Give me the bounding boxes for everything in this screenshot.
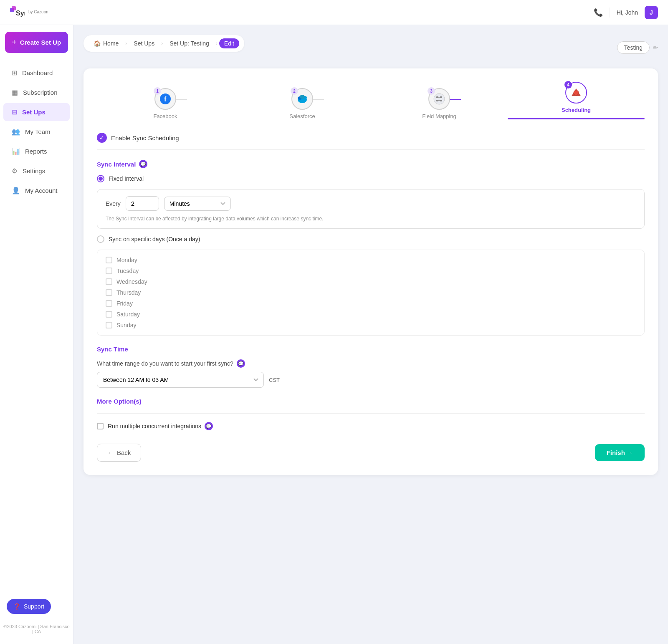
phone-icon: 📞 (594, 8, 603, 17)
more-options-section: More Option(s) Run multiple concurrent i… (97, 398, 645, 430)
monday-checkbox[interactable] (106, 257, 112, 263)
breadcrumb-home[interactable]: 🏠 Home (89, 38, 124, 48)
step-label-field-mapping: Field Mapping (422, 113, 456, 119)
svg-rect-13 (440, 100, 442, 101)
logo-tagline: by Cazoomi (28, 10, 51, 14)
setups-icon: ⊟ (12, 108, 17, 116)
step-circle-salesforce[interactable]: 2 (291, 88, 313, 110)
concurrent-checkbox[interactable] (97, 423, 104, 429)
create-setup-button[interactable]: + Create Set Up (5, 32, 68, 53)
step-circle-scheduling[interactable]: 4 (565, 82, 587, 104)
field-mapping-icon (433, 93, 445, 105)
step-number-3: 3 (428, 87, 435, 95)
sidebar-item-reports[interactable]: 📊 Reports (3, 142, 70, 160)
sync-interval-help-icon[interactable]: 💬 (139, 160, 147, 168)
enable-sync-label: Enable Sync Scheduling (111, 134, 179, 141)
breadcrumb-row: 🏠 Home › Set Ups › Set Up: Testing › Edi… (84, 35, 658, 60)
step-circle-field-mapping[interactable]: 3 (428, 88, 450, 110)
sidebar-item-subscription[interactable]: ▦ Subscription (3, 83, 70, 101)
salesforce-icon (296, 93, 308, 105)
step-number-2: 2 (291, 87, 298, 95)
timezone-label: CST (269, 377, 280, 383)
sync-time-question: What time range do you want to start you… (97, 359, 645, 368)
step-label-facebook: Facebook (153, 113, 177, 119)
breadcrumb-setups[interactable]: Set Ups (129, 38, 159, 48)
facebook-icon: f (159, 93, 171, 105)
enable-sync-check[interactable]: ✓ (97, 133, 107, 143)
sidebar-item-setups[interactable]: ⊟ Set Ups (3, 103, 70, 121)
myteam-icon: 👥 (12, 128, 20, 136)
svg-rect-10 (436, 96, 438, 98)
friday-checkbox[interactable] (106, 300, 112, 307)
tuesday-checkbox[interactable] (106, 268, 112, 274)
sidebar-item-label: Subscription (23, 89, 58, 96)
home-icon: 🏠 (94, 40, 101, 47)
day-sunday: Sunday (106, 322, 636, 328)
concurrent-help-icon[interactable]: 💬 (205, 422, 213, 430)
svg-text:f: f (164, 96, 167, 103)
sidebar-item-settings[interactable]: ⚙ Settings (3, 162, 70, 180)
day-monday: Monday (106, 257, 636, 263)
concurrent-label: Run multiple concurrent integrations 💬 (108, 422, 213, 430)
edit-pencil-icon[interactable]: ✏ (653, 44, 658, 51)
main-card: 1 f Facebook 2 (84, 68, 658, 475)
sync-time-help-icon[interactable]: 💬 (237, 359, 245, 368)
fixed-interval-radio[interactable] (97, 175, 104, 182)
fixed-interval-label: Fixed Interval (109, 175, 144, 182)
monday-label: Monday (116, 257, 137, 263)
step-underline-scheduling (508, 118, 645, 119)
step-number-1: 1 (154, 87, 161, 95)
thursday-label: Thursday (116, 289, 141, 296)
footer-buttons: ← Back Finish → (97, 444, 645, 462)
main-content: 🏠 Home › Set Ups › Set Up: Testing › Edi… (73, 25, 668, 644)
interval-value-input[interactable] (126, 196, 159, 211)
every-label: Every (106, 200, 121, 207)
breadcrumb-sep2: › (161, 40, 163, 46)
setup-name-text: Testing (617, 41, 650, 54)
sunday-checkbox[interactable] (106, 322, 112, 328)
specific-days-radio-row: Sync on specific days (Once a day) (97, 235, 645, 243)
day-thursday: Thursday (106, 289, 636, 296)
step-field-mapping: 3 Fi (371, 88, 508, 119)
specific-days-radio[interactable] (97, 235, 104, 243)
thursday-checkbox[interactable] (106, 289, 112, 296)
svg-point-17 (574, 90, 579, 95)
support-label: Support (24, 603, 44, 610)
saturday-checkbox[interactable] (106, 311, 112, 318)
step-label-salesforce: Salesforce (289, 113, 315, 119)
svg-point-9 (434, 93, 445, 104)
specific-days-label: Sync on specific days (Once a day) (109, 236, 200, 242)
finish-button[interactable]: Finish → (595, 444, 645, 461)
sidebar-item-myaccount[interactable]: 👤 My Account (3, 182, 70, 200)
wednesday-checkbox[interactable] (106, 278, 112, 285)
svg-point-8 (300, 95, 305, 99)
sidebar-item-label: My Account (25, 187, 58, 194)
avatar[interactable]: J (645, 6, 658, 19)
sidebar-item-dashboard[interactable]: ⊞ Dashboard (3, 64, 70, 82)
fixed-interval-radio-row: Fixed Interval (97, 175, 645, 182)
step-salesforce: 2 Salesforce (234, 88, 371, 119)
breadcrumb-edit[interactable]: Edit (219, 38, 239, 48)
day-tuesday: Tuesday (106, 268, 636, 274)
more-options-title: More Option(s) (97, 398, 645, 405)
support-icon: ❓ (13, 603, 20, 610)
sidebar-item-myteam[interactable]: 👥 My Team (3, 123, 70, 141)
interval-unit-select[interactable]: Minutes Hours Days (164, 197, 231, 211)
breadcrumb-setup-testing[interactable]: Set Up: Testing (164, 38, 214, 48)
back-arrow-icon: ← (107, 449, 114, 456)
sync-interval-title: Sync Interval 💬 (97, 160, 645, 168)
support-button[interactable]: ❓ Support (7, 599, 51, 614)
sidebar-item-label: Reports (25, 148, 47, 155)
layout: + Create Set Up ⊞ Dashboard ▦ Subscripti… (0, 25, 668, 644)
finish-label: Finish → (607, 449, 633, 456)
step-label-scheduling: Scheduling (562, 107, 591, 113)
sidebar-item-label: Dashboard (22, 69, 53, 76)
sidebar-item-label: My Team (25, 128, 51, 135)
time-range-select[interactable]: Between 12 AM to 03 AM Between 03 AM to … (97, 372, 264, 388)
back-button[interactable]: ← Back (97, 444, 141, 462)
greeting-text: Hi, John (617, 9, 638, 16)
back-label: Back (117, 449, 131, 456)
step-circle-facebook[interactable]: 1 f (154, 88, 176, 110)
sidebar: + Create Set Up ⊞ Dashboard ▦ Subscripti… (0, 25, 73, 644)
day-saturday: Saturday (106, 311, 636, 318)
